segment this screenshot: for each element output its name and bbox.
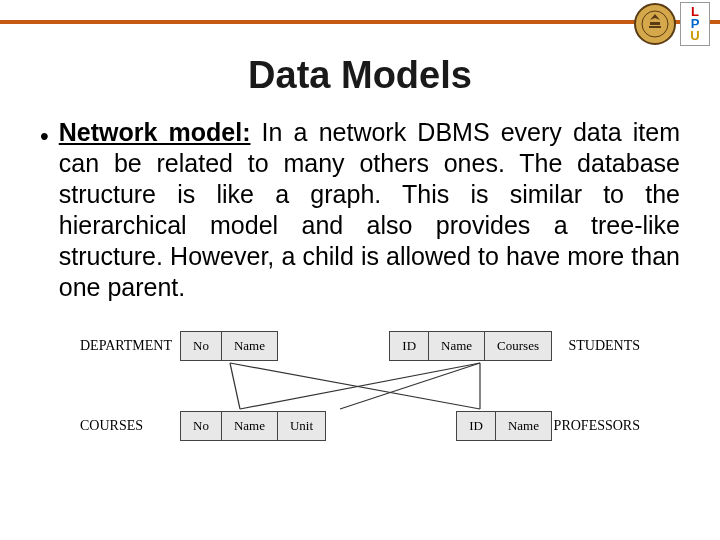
label-department: DEPARTMENT (80, 338, 180, 354)
stud-name: Name (429, 332, 485, 360)
dept-no: No (181, 332, 222, 360)
diagram-row-bottom: COURSES No Name Unit ID Name PROFESSORS (80, 409, 640, 443)
entity-department: No Name (180, 331, 278, 361)
slide-content: • Network model: In a network DBMS every… (0, 97, 720, 459)
bullet-item: • Network model: In a network DBMS every… (40, 117, 680, 303)
lpu-u: U (690, 30, 699, 42)
bullet-marker-icon: • (40, 117, 49, 303)
diagram-row-top: DEPARTMENT No Name ID Name Courses STUDE… (80, 329, 640, 363)
university-seal-icon (634, 3, 676, 45)
dept-name: Name (222, 332, 277, 360)
prof-name: Name (496, 412, 551, 440)
label-students: STUDENTS (552, 338, 640, 354)
header-rule (0, 20, 720, 24)
bullet-text: Network model: In a network DBMS every d… (59, 117, 680, 303)
course-name: Name (222, 412, 278, 440)
bullet-lead: Network model: (59, 118, 251, 146)
prof-id: ID (457, 412, 496, 440)
logo-group: L P U (634, 2, 710, 46)
label-professors: PROFESSORS (552, 418, 640, 434)
entity-students: ID Name Courses (389, 331, 552, 361)
course-no: No (181, 412, 222, 440)
lpu-logo-icon: L P U (680, 2, 710, 46)
slide-header: L P U (0, 0, 720, 48)
stud-id: ID (390, 332, 429, 360)
diagram-connectors (80, 361, 640, 411)
course-unit: Unit (278, 412, 325, 440)
entity-courses: No Name Unit (180, 411, 326, 441)
stud-courses: Courses (485, 332, 551, 360)
network-model-diagram: DEPARTMENT No Name ID Name Courses STUDE… (80, 329, 640, 459)
label-courses: COURSES (80, 418, 180, 434)
svg-line-1 (230, 363, 240, 409)
slide-title: Data Models (0, 54, 720, 97)
entity-professors: ID Name (456, 411, 552, 441)
